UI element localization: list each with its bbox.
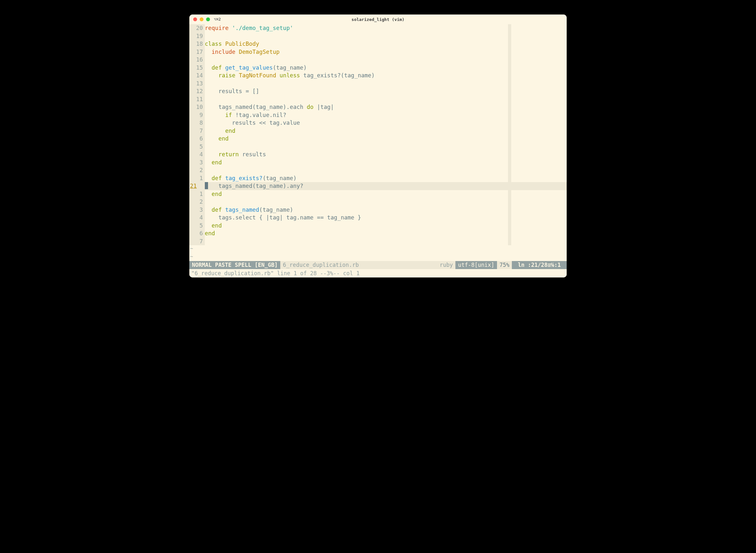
code-line[interactable]: class PublicBody: [205, 40, 567, 48]
line-number: 6: [189, 229, 203, 238]
code-line[interactable]: [205, 166, 567, 174]
token: [222, 207, 225, 213]
line-number: 10: [189, 103, 203, 111]
editor-area[interactable]: 2019181716151413121110 9 8 7 6 5 4 3 2 1…: [189, 24, 567, 245]
code-line[interactable]: def tag_exists?(tag_name): [205, 174, 567, 182]
mode-segment: NORMAL PASTE SPELL [EN_GB]: [189, 261, 280, 269]
token: require: [205, 25, 229, 31]
window-title: solarized_light (vim): [352, 17, 404, 22]
statusline-spacer: [361, 261, 437, 269]
code-line[interactable]: def tags_named(tag_name): [205, 206, 567, 214]
token: tags_named(tag_name).any?: [205, 183, 303, 189]
empty-lines: ~~: [189, 245, 567, 261]
token: if: [225, 112, 232, 118]
code-line[interactable]: tags.select { |tag| tag.name == tag_name…: [205, 214, 567, 222]
line-number: 21: [189, 182, 203, 190]
code-line[interactable]: end: [205, 159, 567, 167]
line-number: 6: [189, 135, 203, 143]
titlebar[interactable]: ⌥⌘2 solarized_light (vim): [189, 14, 567, 24]
code-line[interactable]: results = []: [205, 87, 567, 95]
command-line: "6_reduce_duplication.rb" line 1 of 28 -…: [189, 269, 567, 278]
code-line[interactable]: tags_named(tag_name).any?: [205, 182, 567, 190]
token: get_tag_values: [225, 65, 273, 71]
line-number: 1: [189, 174, 203, 182]
code-line[interactable]: [205, 80, 567, 88]
code-line[interactable]: [205, 238, 567, 246]
token: [205, 49, 212, 55]
token: results = []: [205, 88, 259, 94]
statusline: NORMAL PASTE SPELL [EN_GB] 6_reduce_dupl…: [189, 261, 567, 269]
line-number: 5: [189, 143, 203, 151]
line-number: 4: [189, 214, 203, 222]
token: [205, 191, 212, 197]
token: end: [205, 230, 215, 237]
code-line[interactable]: end: [205, 135, 567, 143]
line-number: 5: [189, 222, 203, 230]
line-number-gutter: 2019181716151413121110 9 8 7 6 5 4 3 2 1…: [189, 24, 205, 245]
tilde-line: ~: [190, 253, 567, 261]
code-line[interactable]: require './demo_tag_setup': [205, 24, 567, 32]
line-number: 8: [189, 119, 203, 127]
zoom-icon[interactable]: [206, 17, 210, 21]
token: tag_exists?(tag_name): [300, 72, 375, 79]
code-line[interactable]: include DemoTagSetup: [205, 48, 567, 56]
token: def: [212, 65, 222, 71]
code-line[interactable]: end: [205, 127, 567, 135]
token: [229, 25, 232, 31]
tab-indicator: ⌥⌘2: [214, 17, 221, 22]
line-number: 3: [189, 159, 203, 167]
token: results: [239, 151, 266, 158]
token: [205, 112, 225, 118]
token: [205, 65, 212, 71]
code-line[interactable]: def get_tag_values(tag_name): [205, 64, 567, 72]
code-line[interactable]: if !tag.value.nil?: [205, 111, 567, 119]
line-number: 20: [189, 24, 203, 32]
filetype-segment: ruby: [437, 261, 456, 269]
minimize-icon[interactable]: [200, 17, 204, 21]
token: def: [212, 175, 222, 181]
code-line[interactable]: raise TagNotFound unless tag_exists?(tag…: [205, 72, 567, 80]
code-line[interactable]: [205, 143, 567, 151]
token: end: [212, 222, 222, 229]
token: tag_exists?: [225, 175, 263, 181]
line-number: 13: [189, 80, 203, 88]
token: end: [225, 128, 235, 134]
line-number: 1: [189, 190, 203, 198]
token: return: [218, 151, 239, 158]
code-line[interactable]: return results: [205, 151, 567, 159]
token: DemoTagSetup: [239, 49, 279, 55]
line-number: 9: [189, 111, 203, 119]
code-line[interactable]: end: [205, 222, 567, 230]
token: (tag_name): [263, 175, 296, 181]
code-buffer[interactable]: require './demo_tag_setup' class PublicB…: [205, 24, 567, 245]
token: [235, 72, 239, 79]
token: !tag.value.nil?: [232, 112, 286, 118]
token: include: [212, 49, 235, 55]
code-line[interactable]: [205, 95, 567, 103]
code-line[interactable]: [205, 198, 567, 206]
token: [222, 41, 225, 47]
token: raise: [218, 72, 235, 79]
code-line[interactable]: tags_named(tag_name).each do |tag|: [205, 103, 567, 111]
token: def: [212, 207, 222, 213]
code-line[interactable]: [205, 56, 567, 64]
token: [205, 151, 218, 158]
token: [205, 72, 218, 79]
line-number: 16: [189, 56, 203, 64]
line-number: 14: [189, 72, 203, 80]
line-number: 3: [189, 206, 203, 214]
token: [205, 128, 225, 134]
code-line[interactable]: [205, 32, 567, 40]
close-icon[interactable]: [193, 17, 197, 21]
token: [222, 175, 225, 181]
line-number: 11: [189, 95, 203, 103]
token: end: [212, 159, 222, 166]
tilde-line: ~: [190, 245, 567, 253]
code-line[interactable]: results << tag.value: [205, 119, 567, 127]
code-line[interactable]: end: [205, 229, 567, 238]
code-line[interactable]: end: [205, 190, 567, 198]
token: [205, 159, 212, 166]
token: tags_named(tag_name).each: [205, 104, 307, 110]
token: results << tag.value: [205, 120, 300, 126]
token: end: [212, 191, 222, 197]
